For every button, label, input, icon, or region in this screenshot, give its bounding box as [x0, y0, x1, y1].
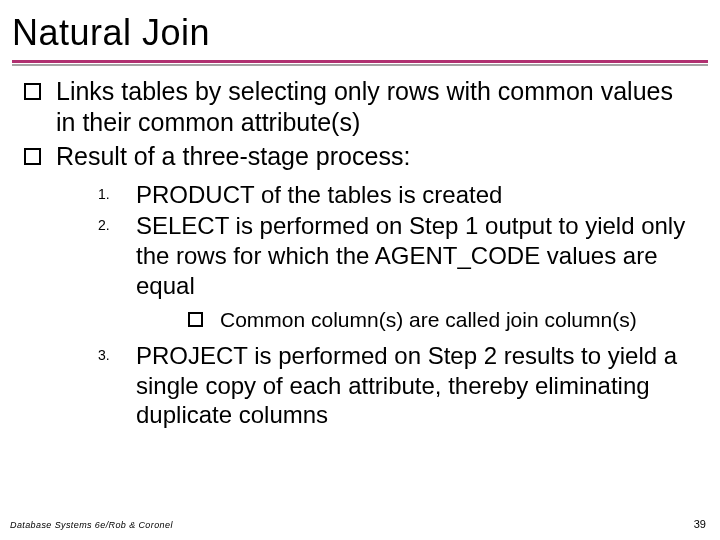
slide-number: 39 [694, 518, 706, 530]
step-number: 1. [98, 186, 110, 203]
sub-bullet-text: Common column(s) are called join column(… [220, 308, 637, 331]
slide-content: Links tables by selecting only rows with… [0, 66, 720, 430]
bullet-text: Links tables by selecting only rows with… [56, 77, 673, 136]
step-text: PRODUCT of the tables is created [136, 181, 502, 208]
numbered-item: 1. PRODUCT of the tables is created [98, 180, 692, 210]
step-number: 3. [98, 347, 110, 364]
slide: Natural Join Links tables by selecting o… [0, 0, 720, 540]
bullet-item: Result of a three-stage process: 1. PROD… [22, 141, 692, 430]
bullet-text: Result of a three-stage process: [56, 142, 410, 170]
slide-title: Natural Join [0, 0, 720, 60]
numbered-list: 1. PRODUCT of the tables is created 2. S… [98, 180, 692, 431]
step-number: 2. [98, 217, 110, 234]
bullet-item: Links tables by selecting only rows with… [22, 76, 692, 137]
sub-bullet-list: Common column(s) are called join column(… [186, 307, 692, 333]
step-text: SELECT is performed on Step 1 output to … [136, 212, 685, 299]
numbered-item: 3. PROJECT is performed on Step 2 result… [98, 341, 692, 430]
footer-source: Database Systems 6e/Rob & Coronel [10, 520, 173, 530]
bullet-list-level1: Links tables by selecting only rows with… [22, 76, 692, 430]
numbered-item: 2. SELECT is performed on Step 1 output … [98, 211, 692, 333]
sub-bullet-item: Common column(s) are called join column(… [186, 307, 692, 333]
step-text: PROJECT is performed on Step 2 results t… [136, 342, 677, 429]
